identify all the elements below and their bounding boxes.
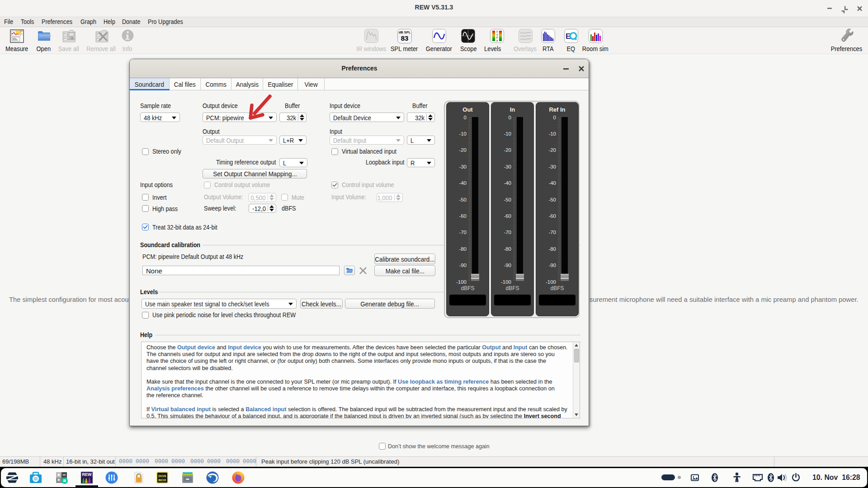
svg-text:BOX: BOX	[158, 478, 166, 482]
svg-text:REW: REW	[82, 472, 92, 477]
svg-text:DOS: DOS	[158, 474, 166, 478]
svg-text:dB SPL: dB SPL	[399, 30, 411, 34]
svg-text:83: 83	[401, 34, 409, 42]
